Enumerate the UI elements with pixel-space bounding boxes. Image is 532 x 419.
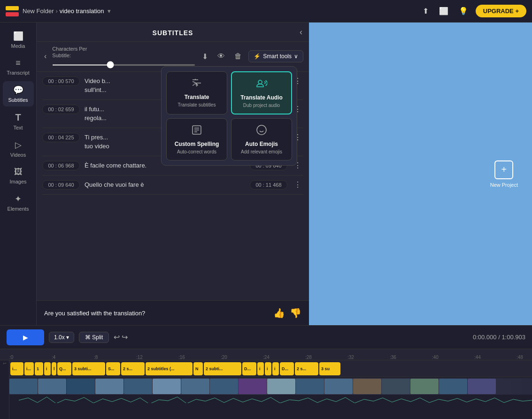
svg-point-0 <box>258 80 262 84</box>
table-row[interactable]: 00 : 09 640 Quello che vuoi fare è 00 : … <box>42 175 303 195</box>
timeline-ruler: :0 :4 :8 :12 :16 :20 :24 :28 :32 :36 :40… <box>0 349 532 360</box>
subtitle-track[interactable]: i... i... 1 i l Q... 3 subti... S... 2 s… <box>9 360 532 377</box>
text-icon: T <box>15 112 21 123</box>
ruler-mark: :28 <box>305 355 347 360</box>
subtitles-icon: 💬 <box>13 85 23 95</box>
redo-button[interactable]: ↪ <box>122 333 128 342</box>
back-button[interactable]: ‹ <box>42 50 48 62</box>
list-item[interactable]: 2 s... <box>295 362 318 375</box>
video-thumbnail <box>439 379 467 394</box>
feedback-buttons: 👍 👎 <box>273 307 301 319</box>
list-item[interactable]: N <box>193 362 203 375</box>
list-item[interactable]: i <box>257 362 264 375</box>
auto-emojis-title: Auto Emojis <box>245 141 278 147</box>
smart-tool-translate-audio[interactable]: Translate Audio Dub project audio <box>231 71 292 114</box>
ruler-mark: :12 <box>136 355 178 360</box>
sidebar-item-text[interactable]: T Text <box>3 108 34 134</box>
chars-label: Characters PerSubtitle: <box>52 46 195 59</box>
custom-spelling-icon <box>191 124 202 138</box>
theme-button[interactable]: 💡 <box>456 5 471 17</box>
translate-audio-title: Translate Audio <box>240 94 283 101</box>
video-thumbnail <box>210 379 238 394</box>
sidebar-item-images[interactable]: 🖼 Images <box>3 163 34 188</box>
new-project-icon: + <box>494 160 513 179</box>
timeline-tracks: 1 i... i... 1 i l Q... 3 subti... S... 2… <box>0 360 532 419</box>
list-item[interactable]: l <box>52 362 56 375</box>
list-item[interactable]: 2 subti... <box>204 362 241 375</box>
preview-area: + New Project <box>309 23 532 325</box>
list-item[interactable]: D... <box>280 362 294 375</box>
video-track[interactable] <box>9 377 532 403</box>
sidebar-item-videos[interactable]: ▷ Videos <box>3 136 34 161</box>
speed-button[interactable]: 1.0x ▾ <box>49 332 74 343</box>
list-item[interactable]: i <box>265 362 271 375</box>
custom-spelling-desc: Auto-correct words <box>177 149 216 154</box>
list-item[interactable]: S... <box>106 362 120 375</box>
chars-slider[interactable] <box>52 64 195 66</box>
video-thumbnail <box>239 379 267 394</box>
list-item[interactable]: 2 subtitles (... <box>146 362 193 375</box>
waveform <box>19 396 532 403</box>
total-time: 1:00.903 <box>501 334 525 341</box>
upgrade-button[interactable]: UPGRADE + <box>476 5 526 17</box>
smart-tool-translate[interactable]: Translate Translate subtitles <box>166 71 227 114</box>
topbar: New Folder › video translation ▾ ⬆ ⬜ 💡 U… <box>0 0 532 23</box>
sidebar-label-subtitles: Subtitles <box>8 97 28 103</box>
breadcrumb: New Folder › video translation ▾ <box>23 8 111 15</box>
list-item[interactable]: 3 su <box>319 362 340 375</box>
start-time: 00 : 04 225 <box>42 133 80 142</box>
list-item[interactable]: i... <box>10 362 23 375</box>
elements-icon: ✦ <box>15 194 22 204</box>
folder-name[interactable]: New Folder <box>23 8 54 15</box>
list-item[interactable]: 3 subti... <box>72 362 105 375</box>
list-item[interactable]: 1 <box>35 362 43 375</box>
hide-button[interactable]: 👁 <box>215 50 228 62</box>
project-name[interactable]: video translation <box>60 8 104 15</box>
delete-button[interactable]: 🗑 <box>231 50 245 62</box>
timeline-container[interactable]: :0 :4 :8 :12 :16 :20 :24 :28 :32 :36 :40… <box>0 349 532 419</box>
new-project-button[interactable]: + New Project <box>490 160 518 188</box>
ruler-mark: :32 <box>347 355 390 360</box>
split-button[interactable]: ⌘ Split <box>79 332 109 343</box>
smart-tools-dropdown: Translate Translate subtitles Translate … <box>161 66 297 166</box>
translate-audio-desc: Dub project audio <box>243 103 280 108</box>
preview-button[interactable]: ⬜ <box>436 5 451 17</box>
sidebar-item-media[interactable]: ⬜ Media <box>3 27 34 53</box>
close-panel-button[interactable]: ‹ <box>300 27 302 37</box>
smart-tool-custom-spelling[interactable]: Custom Spelling Auto-correct words <box>166 118 227 160</box>
transcript-icon: ≡ <box>15 58 21 68</box>
sidebar-item-transcript[interactable]: ≡ Transcript <box>3 54 34 79</box>
smart-tool-auto-emojis[interactable]: Auto Emojis Add relevant emojis <box>231 118 292 160</box>
list-item[interactable]: i <box>272 362 279 375</box>
video-thumbnail <box>181 379 209 394</box>
play-button[interactable]: ▶ <box>7 329 44 345</box>
thumbs-down-button[interactable]: 👎 <box>290 307 301 319</box>
video-thumbnail <box>296 379 324 394</box>
sidebar-item-elements[interactable]: ✦ Elements <box>3 190 34 215</box>
video-thumbnail <box>468 379 496 394</box>
share-button[interactable]: ⬆ <box>420 5 432 17</box>
start-time: 00 : 02 659 <box>42 105 80 114</box>
sidebar-label-videos: Videos <box>10 152 26 158</box>
list-item[interactable]: i <box>44 362 51 375</box>
list-item[interactable]: 2 s... <box>121 362 145 375</box>
translate-title: Translate <box>185 94 209 100</box>
subtitles-toolbar: ‹ Characters PerSubtitle: ⬇ 👁 🗑 ⚡ Smart … <box>37 42 309 72</box>
speed-chevron-icon: ▾ <box>66 334 69 341</box>
more-button[interactable]: ⋮ <box>292 180 303 189</box>
smart-tools-button[interactable]: ⚡ Smart tools ∨ <box>248 50 303 62</box>
list-item[interactable]: i... <box>24 362 34 375</box>
video-track-inner <box>9 378 532 395</box>
undo-redo-controls: ↩ ↪ <box>114 333 128 342</box>
download-button[interactable]: ⬇ <box>199 50 211 63</box>
list-item[interactable]: D... <box>242 362 256 375</box>
time-display: 0:00.000 / 1:00.903 <box>473 334 525 341</box>
video-thumbnail <box>67 379 95 394</box>
sidebar-item-subtitles[interactable]: 💬 Subtitles <box>3 81 34 107</box>
playback-bar: ▶ 1.0x ▾ ⌘ Split ↩ ↪ 0:00.000 / 1:00.903 <box>0 326 532 349</box>
undo-button[interactable]: ↩ <box>114 333 120 342</box>
sidebar-label-text: Text <box>13 125 23 130</box>
chevron-down-icon: ∨ <box>294 53 298 60</box>
thumbs-up-button[interactable]: 👍 <box>273 307 285 319</box>
list-item[interactable]: Q... <box>57 362 71 375</box>
